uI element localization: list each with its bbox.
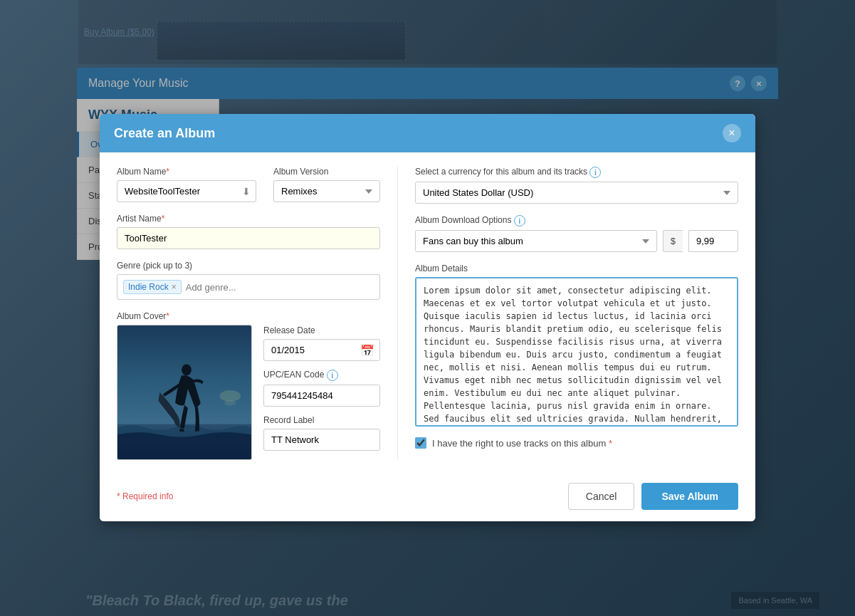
album-name-label: Album Name*	[117, 167, 256, 177]
bottom-left-row: Album Cover*	[117, 311, 380, 460]
rights-checkbox-label: I have the right to use tracks on this a…	[432, 438, 612, 449]
modal-footer: * Required info Cancel Save Album	[100, 474, 755, 521]
album-name-col: Album Name* ⬇	[117, 167, 256, 202]
album-cover-container[interactable]	[117, 325, 252, 460]
record-label-col: Record Label	[263, 415, 380, 451]
release-date-input[interactable]	[263, 339, 380, 361]
genre-row: Genre (pick up to 3) Indie Rock ×	[117, 261, 380, 300]
modal-body: Album Name* ⬇ Album Version Remixes Orig…	[100, 152, 755, 474]
right-fields-col: Release Date 📅 UPC/EAN Code i	[263, 311, 380, 460]
currency-info-icon[interactable]: i	[589, 167, 601, 178]
price-input[interactable]	[688, 230, 738, 252]
album-details-textarea[interactable]: Lorem ipsum dolor sit amet, consectetur …	[415, 277, 738, 427]
genre-tag-label: Indie Rock	[128, 282, 169, 292]
record-label-label: Record Label	[263, 415, 380, 425]
rights-checkbox-row: I have the right to use tracks on this a…	[415, 437, 738, 449]
genre-tag-remove[interactable]: ×	[172, 282, 177, 292]
modal-title: Create an Album	[114, 126, 215, 141]
modal-header: Create an Album ×	[100, 114, 755, 152]
currency-row: Select a currency for this album and its…	[415, 167, 738, 204]
form-main-row: Album Name* ⬇ Album Version Remixes Orig…	[117, 167, 738, 460]
save-album-button[interactable]: Save Album	[641, 483, 738, 510]
price-row: Fans can buy this album Fans can downloa…	[415, 230, 738, 252]
svg-point-4	[224, 400, 236, 406]
album-cover-col: Album Cover*	[117, 311, 252, 460]
genre-add-input[interactable]	[186, 282, 305, 293]
download-options-label: Album Download Options i	[415, 215, 738, 226]
genre-tag-indie-rock: Indie Rock ×	[123, 280, 182, 294]
cancel-button[interactable]: Cancel	[568, 483, 635, 510]
required-info-text: * Required info	[117, 491, 173, 501]
currency-col: Select a currency for this album and its…	[415, 167, 738, 204]
svg-point-3	[219, 390, 241, 402]
upc-label: UPC/EAN Code i	[263, 370, 380, 381]
footer-buttons: Cancel Save Album	[568, 483, 738, 510]
album-version-label: Album Version	[273, 167, 380, 177]
download-select[interactable]: Fans can buy this album Fans can downloa…	[415, 230, 657, 252]
currency-label: Select a currency for this album and its…	[415, 167, 738, 178]
genre-col: Genre (pick up to 3) Indie Rock ×	[117, 261, 380, 300]
album-name-icon: ⬇	[242, 186, 251, 197]
release-date-col: Release Date 📅	[263, 325, 380, 361]
release-date-label: Release Date	[263, 325, 380, 335]
upc-info-icon[interactable]: i	[327, 370, 338, 381]
album-details-label: Album Details	[415, 263, 738, 273]
upc-input[interactable]	[263, 385, 380, 407]
artist-name-input[interactable]	[117, 227, 380, 249]
album-name-input-wrapper: ⬇	[117, 180, 256, 202]
genre-container[interactable]: Indie Rock ×	[117, 274, 380, 300]
release-date-wrapper: 📅	[263, 339, 380, 361]
album-name-input[interactable]	[117, 180, 256, 202]
download-info-icon[interactable]: i	[514, 215, 525, 226]
download-options-row: Album Download Options i Fans can buy th…	[415, 215, 738, 252]
album-name-version-row: Album Name* ⬇ Album Version Remixes Orig…	[117, 167, 380, 202]
artist-name-row: Artist Name*	[117, 214, 380, 249]
price-dollar-symbol: $	[663, 230, 683, 252]
rights-checkbox[interactable]	[415, 437, 426, 449]
artist-name-col: Artist Name*	[117, 214, 380, 249]
form-right-panel: Select a currency for this album and its…	[398, 167, 738, 460]
currency-select[interactable]: United States Dollar (USD) Euro (EUR) Br…	[415, 182, 738, 204]
album-version-col: Album Version Remixes Original Deluxe Li…	[273, 167, 380, 202]
album-cover-label: Album Cover*	[117, 311, 252, 321]
download-options-col: Album Download Options i Fans can buy th…	[415, 215, 738, 252]
album-details-col: Album Details Lorem ipsum dolor sit amet…	[415, 263, 738, 429]
genre-label: Genre (pick up to 3)	[117, 261, 380, 271]
modal-close-button[interactable]: ×	[723, 124, 741, 142]
upc-col: UPC/EAN Code i	[263, 370, 380, 407]
album-details-row: Album Details Lorem ipsum dolor sit amet…	[415, 263, 738, 429]
form-left-panel: Album Name* ⬇ Album Version Remixes Orig…	[117, 167, 398, 460]
record-label-input[interactable]	[263, 429, 380, 451]
album-version-select[interactable]: Remixes Original Deluxe Live Acoustic	[273, 180, 380, 202]
create-album-modal: Create an Album × Album Name* ⬇	[100, 114, 755, 521]
svg-point-2	[182, 364, 192, 375]
artist-name-label: Artist Name*	[117, 214, 380, 224]
